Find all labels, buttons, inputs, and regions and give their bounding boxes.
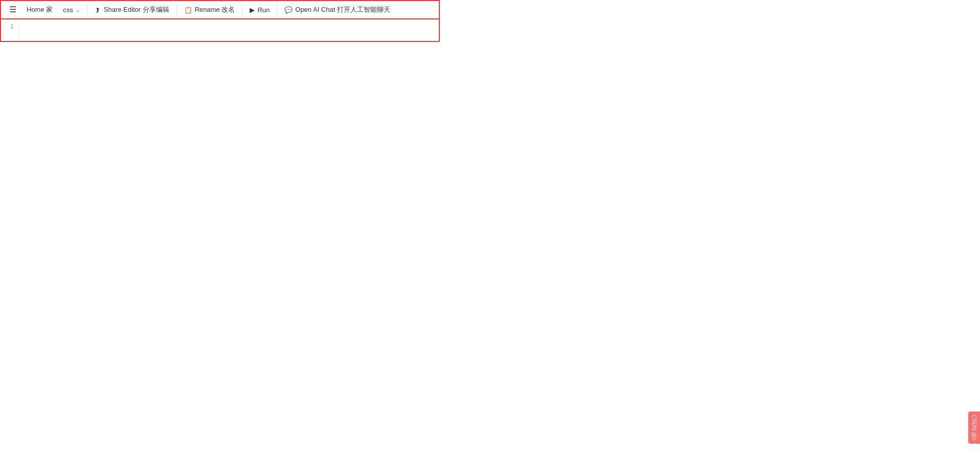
chevron-down-icon: ⌄ [76, 7, 80, 13]
divider-2 [176, 5, 177, 15]
file-tab-css[interactable]: css ⌄ [59, 4, 84, 16]
home-label: Home 家 [27, 5, 53, 14]
home-button[interactable]: Home 家 [23, 3, 57, 16]
rename-icon: 📋 [184, 6, 192, 14]
rename-button[interactable]: 📋 Rename 改名 [180, 3, 239, 16]
divider-1 [87, 5, 87, 15]
divider-3 [242, 5, 242, 15]
line-numbers: 1 [1, 19, 19, 41]
rename-label: Rename 改名 [195, 5, 235, 14]
share-label: Share Editor 分享编辑 [104, 5, 169, 14]
csdn-watermark-text: CSDN @小z前端笔记 [971, 415, 977, 441]
file-tab-label: css [63, 6, 73, 14]
run-button[interactable]: ▶ Run [246, 4, 274, 16]
run-label: Run [257, 6, 270, 14]
share-editor-button[interactable]: ⮭ Share Editor 分享编辑 [91, 3, 173, 16]
csdn-watermark[interactable]: CSDN @小z前端笔记 [968, 412, 980, 444]
editor-area: 1 [0, 19, 440, 42]
ai-chat-label: Open AI Chat 打开人工智能聊天 [295, 5, 390, 14]
code-editor[interactable] [19, 19, 439, 41]
ai-chat-button[interactable]: 💬 Open AI Chat 打开人工智能聊天 [280, 3, 394, 16]
chat-icon: 💬 [284, 6, 293, 14]
toolbar: ☰ Home 家 css ⌄ ⮭ Share Editor 分享编辑 📋 Ren… [0, 0, 440, 19]
share-icon: ⮭ [95, 6, 101, 14]
line-number-1: 1 [6, 23, 14, 30]
divider-4 [277, 5, 277, 15]
menu-button[interactable]: ☰ [5, 4, 20, 16]
main-content [0, 42, 980, 454]
hamburger-icon: ☰ [9, 6, 16, 14]
play-icon: ▶ [250, 6, 255, 14]
